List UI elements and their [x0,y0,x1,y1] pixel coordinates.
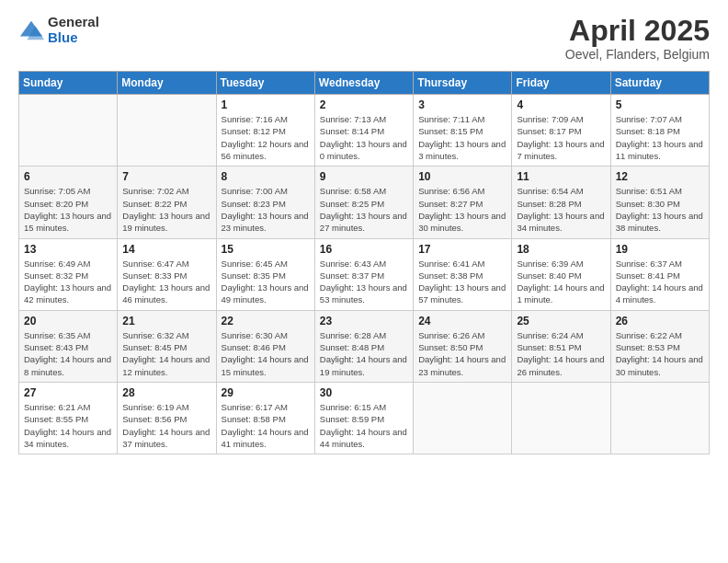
day-number: 17 [418,243,506,256]
logo: General Blue [18,15,99,45]
table-row: 23Sunrise: 6:28 AMSunset: 8:48 PMDayligh… [314,310,413,382]
day-detail: Sunrise: 7:11 AMSunset: 8:15 PMDaylight:… [418,113,506,162]
day-number: 28 [122,386,210,399]
day-detail: Sunrise: 7:13 AMSunset: 8:14 PMDaylight:… [320,113,408,162]
table-row: 18Sunrise: 6:39 AMSunset: 8:40 PMDayligh… [512,238,610,310]
table-row: 1Sunrise: 7:16 AMSunset: 8:12 PMDaylight… [216,95,314,167]
month-title: April 2025 [565,15,710,47]
day-detail: Sunrise: 6:15 AMSunset: 8:59 PMDaylight:… [320,401,408,450]
table-row: 10Sunrise: 6:56 AMSunset: 8:27 PMDayligh… [414,167,512,238]
day-detail: Sunrise: 6:58 AMSunset: 8:25 PMDaylight:… [320,185,408,234]
day-detail: Sunrise: 7:09 AMSunset: 8:17 PMDaylight:… [517,113,605,162]
table-row [414,382,512,454]
table-row: 29Sunrise: 6:17 AMSunset: 8:58 PMDayligh… [216,382,314,454]
table-row: 24Sunrise: 6:26 AMSunset: 8:50 PMDayligh… [414,310,512,382]
calendar-week-row: 20Sunrise: 6:35 AMSunset: 8:43 PMDayligh… [19,310,710,382]
day-detail: Sunrise: 7:00 AMSunset: 8:23 PMDaylight:… [222,185,310,234]
day-detail: Sunrise: 6:35 AMSunset: 8:43 PMDaylight:… [24,329,112,378]
table-row: 8Sunrise: 7:00 AMSunset: 8:23 PMDaylight… [216,167,314,238]
table-row: 30Sunrise: 6:15 AMSunset: 8:59 PMDayligh… [314,382,413,454]
day-number: 19 [616,243,704,256]
table-row [118,95,216,167]
day-number: 15 [222,243,310,256]
table-row: 11Sunrise: 6:54 AMSunset: 8:28 PMDayligh… [512,167,610,238]
day-number: 14 [122,243,210,256]
day-detail: Sunrise: 6:26 AMSunset: 8:50 PMDaylight:… [418,329,506,378]
day-number: 27 [24,386,112,399]
table-row: 16Sunrise: 6:43 AMSunset: 8:37 PMDayligh… [314,238,413,310]
table-row [19,95,118,167]
day-detail: Sunrise: 6:45 AMSunset: 8:35 PMDaylight:… [222,258,310,306]
day-detail: Sunrise: 6:51 AMSunset: 8:30 PMDaylight:… [616,185,704,234]
day-number: 6 [24,170,112,183]
calendar-header-row: Sunday Monday Tuesday Wednesday Thursday… [19,72,710,95]
day-detail: Sunrise: 6:17 AMSunset: 8:58 PMDaylight:… [222,401,310,450]
day-number: 21 [122,315,210,327]
day-detail: Sunrise: 6:37 AMSunset: 8:41 PMDaylight:… [616,258,704,306]
day-number: 1 [222,98,310,111]
day-number: 3 [418,98,506,111]
table-row: 3Sunrise: 7:11 AMSunset: 8:15 PMDaylight… [414,95,512,167]
day-detail: Sunrise: 7:16 AMSunset: 8:12 PMDaylight:… [222,113,310,162]
day-detail: Sunrise: 6:56 AMSunset: 8:27 PMDaylight:… [418,185,506,234]
day-number: 5 [616,98,704,111]
day-number: 4 [517,98,605,111]
table-row: 2Sunrise: 7:13 AMSunset: 8:14 PMDaylight… [314,95,413,167]
location-subtitle: Oevel, Flanders, Belgium [565,47,710,62]
table-row: 9Sunrise: 6:58 AMSunset: 8:25 PMDaylight… [314,167,413,238]
day-detail: Sunrise: 6:28 AMSunset: 8:48 PMDaylight:… [320,329,408,378]
day-detail: Sunrise: 7:05 AMSunset: 8:20 PMDaylight:… [24,185,112,234]
logo-general: General [48,15,99,30]
col-saturday: Saturday [610,72,709,95]
calendar-week-row: 13Sunrise: 6:49 AMSunset: 8:32 PMDayligh… [19,238,710,310]
table-row: 19Sunrise: 6:37 AMSunset: 8:41 PMDayligh… [610,238,709,310]
table-row: 21Sunrise: 6:32 AMSunset: 8:45 PMDayligh… [118,310,216,382]
header: General Blue April 2025 Oevel, Flanders,… [18,15,710,62]
day-detail: Sunrise: 6:24 AMSunset: 8:51 PMDaylight:… [517,329,605,378]
title-block: April 2025 Oevel, Flanders, Belgium [565,15,710,62]
day-number: 24 [418,315,506,327]
table-row: 27Sunrise: 6:21 AMSunset: 8:55 PMDayligh… [19,382,118,454]
table-row: 5Sunrise: 7:07 AMSunset: 8:18 PMDaylight… [610,95,709,167]
calendar-week-row: 27Sunrise: 6:21 AMSunset: 8:55 PMDayligh… [19,382,710,454]
day-detail: Sunrise: 6:22 AMSunset: 8:53 PMDaylight:… [616,329,704,378]
day-detail: Sunrise: 7:07 AMSunset: 8:18 PMDaylight:… [616,113,704,162]
day-number: 25 [517,315,605,327]
table-row: 28Sunrise: 6:19 AMSunset: 8:56 PMDayligh… [118,382,216,454]
logo-blue: Blue [48,30,99,46]
table-row: 12Sunrise: 6:51 AMSunset: 8:30 PMDayligh… [610,167,709,238]
table-row: 25Sunrise: 6:24 AMSunset: 8:51 PMDayligh… [512,310,610,382]
day-number: 10 [418,170,506,183]
day-detail: Sunrise: 6:19 AMSunset: 8:56 PMDaylight:… [122,401,210,450]
col-sunday: Sunday [19,72,118,95]
day-number: 9 [320,170,408,183]
table-row [512,382,610,454]
table-row: 15Sunrise: 6:45 AMSunset: 8:35 PMDayligh… [216,238,314,310]
col-monday: Monday [118,72,216,95]
day-detail: Sunrise: 6:47 AMSunset: 8:33 PMDaylight:… [122,258,210,306]
logo-text: General Blue [48,15,99,45]
col-tuesday: Tuesday [216,72,314,95]
day-detail: Sunrise: 6:32 AMSunset: 8:45 PMDaylight:… [122,329,210,378]
day-detail: Sunrise: 6:39 AMSunset: 8:40 PMDaylight:… [517,258,605,306]
day-number: 23 [320,315,408,327]
calendar-week-row: 6Sunrise: 7:05 AMSunset: 8:20 PMDaylight… [19,167,710,238]
calendar-table: Sunday Monday Tuesday Wednesday Thursday… [18,71,710,454]
day-number: 13 [24,243,112,256]
col-friday: Friday [512,72,610,95]
table-row: 7Sunrise: 7:02 AMSunset: 8:22 PMDaylight… [118,167,216,238]
table-row: 20Sunrise: 6:35 AMSunset: 8:43 PMDayligh… [19,310,118,382]
day-number: 30 [320,386,408,399]
table-row [610,382,709,454]
table-row: 17Sunrise: 6:41 AMSunset: 8:38 PMDayligh… [414,238,512,310]
day-number: 22 [222,315,310,327]
day-detail: Sunrise: 6:21 AMSunset: 8:55 PMDaylight:… [24,401,112,450]
day-number: 11 [517,170,605,183]
page: General Blue April 2025 Oevel, Flanders,… [0,0,728,563]
day-number: 20 [24,315,112,327]
col-thursday: Thursday [414,72,512,95]
col-wednesday: Wednesday [314,72,413,95]
day-detail: Sunrise: 6:43 AMSunset: 8:37 PMDaylight:… [320,258,408,306]
day-number: 8 [222,170,310,183]
day-detail: Sunrise: 6:49 AMSunset: 8:32 PMDaylight:… [24,258,112,306]
